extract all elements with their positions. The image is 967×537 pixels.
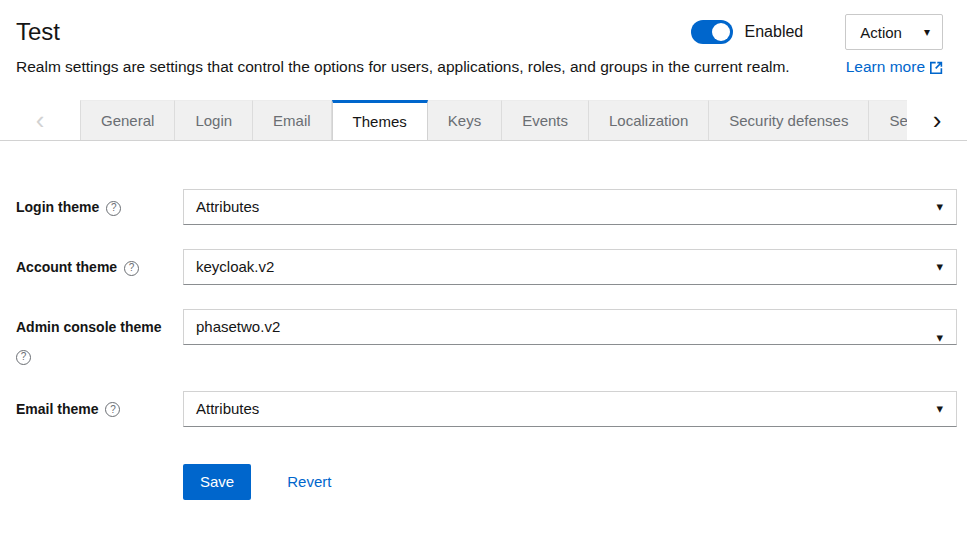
tab-sessions[interactable]: Sessions [869,100,907,140]
tab-security-defenses[interactable]: Security defenses [709,100,869,140]
admin-console-theme-select[interactable]: phasetwo.v2 [183,309,957,345]
toggle-knob [712,23,730,41]
tab-keys[interactable]: Keys [428,100,502,140]
external-link-icon [930,61,943,74]
account-theme-label: Account theme? [16,249,183,285]
enabled-toggle[interactable] [691,20,733,44]
form-actions: Save Revert [183,464,957,500]
login-theme-row: Login theme? Attributes ▾ [16,189,957,225]
help-icon[interactable]: ? [124,261,139,276]
angle-right-icon: › [933,107,942,133]
themes-form: Login theme? Attributes ▾ Account theme?… [0,141,967,500]
email-theme-label: Email theme? [16,391,183,427]
caret-down-icon: ▾ [924,26,930,38]
login-theme-label: Login theme? [16,189,183,225]
account-theme-select[interactable]: keycloak.v2 [183,249,957,285]
tabs-strip: General Login Email Themes Keys Events L… [80,100,907,140]
realm-description: Realm settings are settings that control… [16,58,790,76]
realm-settings-tabbar: ‹ General Login Email Themes Keys Events… [0,100,967,141]
tabs-scroll-left-button[interactable]: ‹ [0,100,80,140]
help-icon[interactable]: ? [16,350,31,365]
tab-localization[interactable]: Localization [589,100,709,140]
admin-console-theme-label: Admin console theme? [16,309,183,367]
page-header: Test Enabled Action ▾ Realm settings are… [0,0,967,76]
tab-themes[interactable]: Themes [332,100,428,140]
email-theme-select[interactable]: Attributes [183,391,957,427]
learn-more-link[interactable]: Learn more [832,58,943,76]
revert-button[interactable]: Revert [287,473,331,490]
page-title: Test [16,18,60,46]
action-dropdown-label: Action [860,24,902,41]
login-theme-select[interactable]: Attributes [183,189,957,225]
angle-left-icon: ‹ [36,107,45,133]
save-button[interactable]: Save [183,464,251,500]
help-icon[interactable]: ? [106,201,121,216]
help-icon[interactable]: ? [105,402,120,417]
enabled-label: Enabled [745,23,804,41]
learn-more-label: Learn more [846,58,925,76]
action-dropdown-button[interactable]: Action ▾ [845,14,943,50]
email-theme-row: Email theme? Attributes ▾ [16,391,957,427]
tab-general[interactable]: General [80,100,175,140]
account-theme-row: Account theme? keycloak.v2 ▾ [16,249,957,285]
admin-console-theme-row: Admin console theme? phasetwo.v2 ▾ [16,309,957,367]
tab-login[interactable]: Login [175,100,253,140]
tab-email[interactable]: Email [253,100,332,140]
tabs-scroll-right-button[interactable]: › [907,100,967,140]
tab-events[interactable]: Events [502,100,589,140]
